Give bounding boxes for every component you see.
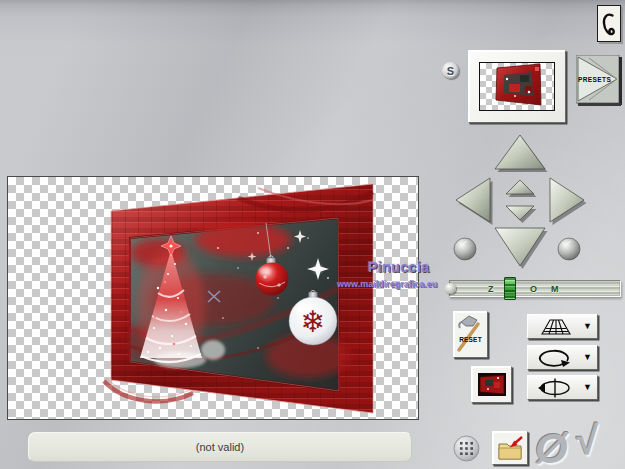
- dropdown-arrow-icon: ▼: [583, 353, 592, 362]
- flip-horizontal-icon: [534, 378, 578, 398]
- thumbnail-image: [479, 62, 555, 111]
- sphere-right-button[interactable]: [558, 238, 580, 260]
- flip-button[interactable]: ▼: [527, 375, 598, 400]
- dropdown-arrow-icon: ▼: [583, 383, 592, 392]
- watermark-author: Pinuccia: [368, 259, 430, 275]
- pan-up-button[interactable]: [495, 135, 545, 169]
- rotate-button[interactable]: ▼: [527, 345, 598, 370]
- sphere-left-button[interactable]: [454, 238, 476, 260]
- cancel-button[interactable]: Ø: [535, 428, 568, 469]
- source-label: S: [447, 65, 454, 77]
- tile-thumbnail-image: [478, 373, 506, 396]
- plugin-logo-button[interactable]: [597, 5, 621, 42]
- preview-thumbnail-button[interactable]: [468, 50, 566, 123]
- zoom-slider[interactable]: Z O O M: [449, 280, 621, 297]
- ear-swirl-icon: [599, 9, 619, 39]
- hammer-icon: [454, 312, 487, 357]
- pan-left-button[interactable]: [456, 178, 490, 222]
- watermark-site: www.maildiregrafica.eu: [337, 279, 437, 289]
- plugin-dialog: ❄ Pinuccia www.maildiregrafica.eu (not v…: [0, 0, 625, 469]
- zoom-letter: M: [551, 284, 559, 294]
- pan-control: [448, 130, 592, 270]
- tile-image-button[interactable]: [471, 366, 512, 403]
- rotate-icon: [534, 348, 578, 368]
- preview-image: ❄: [8, 177, 418, 419]
- status-bar: (not valid): [28, 432, 412, 462]
- preview-area[interactable]: ❄: [7, 176, 419, 420]
- grid-icon: [453, 435, 480, 462]
- nudge-up-button[interactable]: [506, 180, 534, 194]
- pan-down-button[interactable]: [495, 228, 545, 266]
- import-button[interactable]: [492, 431, 528, 465]
- folder-import-icon: [495, 434, 525, 462]
- presets-button[interactable]: PRESETS: [576, 55, 622, 106]
- status-text: (not valid): [196, 441, 244, 453]
- perspective-grid-icon: [534, 317, 578, 337]
- perspective-button[interactable]: ▼: [527, 314, 598, 339]
- dropdown-arrow-icon: ▼: [583, 322, 592, 331]
- zoom-slider-thumb[interactable]: [504, 277, 516, 300]
- ok-button[interactable]: √: [574, 420, 596, 460]
- svg-text:❄: ❄: [300, 304, 325, 339]
- grid-sphere-button[interactable]: [453, 435, 480, 462]
- source-toggle[interactable]: S: [442, 62, 459, 79]
- zoom-letter: O: [530, 284, 537, 294]
- reset-label: RESET: [454, 336, 487, 343]
- zoom-letter: Z: [488, 284, 494, 294]
- reset-button[interactable]: RESET: [453, 311, 488, 358]
- presets-label: PRESETS: [578, 76, 611, 83]
